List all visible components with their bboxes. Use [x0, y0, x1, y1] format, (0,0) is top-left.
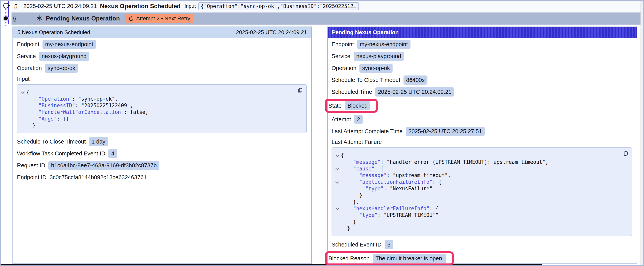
code-gutter: [19, 115, 26, 122]
pending-event-id-link[interactable]: 5: [13, 15, 16, 22]
field-label: Endpoint ID: [17, 174, 46, 181]
field-value-badge: 2025-02-25 UTC 20:25:27.51: [406, 127, 484, 136]
field-row-endpoint-id: Endpoint ID3c0c75ccfa8144b092c13ce632463…: [17, 171, 147, 183]
event-marker-open-icon: [3, 3, 9, 9]
field-value-badge: 2025-02-25 UTC 20:24:09.21: [375, 87, 454, 97]
field-label: Scheduled Event ID: [332, 241, 382, 248]
code-gutter: [19, 109, 26, 115]
field-row-blocked-reason: Blocked ReasonThe circuit breaker is ope…: [328, 253, 446, 263]
field-row-attempt: Attempt2: [332, 114, 363, 125]
history-bottom-border: [0, 264, 542, 265]
pending-panel-header: Pending Nexus Operation: [328, 27, 637, 38]
code-text: "BusinessID": "20250225122409",: [26, 102, 133, 109]
code-text: "message": "handler error (UPSTREAM_TIME…: [341, 159, 548, 165]
copy-button[interactable]: [297, 87, 303, 94]
input-preview-chip[interactable]: {"Operation":"sync-op-ok","BusinessID":"…: [198, 2, 359, 10]
code-gutter: [19, 96, 26, 102]
code-line: "Operation": "sync-op-ok",: [19, 96, 301, 102]
field-value-badge: sync-op-ok: [360, 64, 392, 73]
copy-button[interactable]: [623, 151, 628, 157]
code-text: "type": "UPSTREAM_TIMEOUT": [341, 212, 438, 218]
event-row-scheduled[interactable]: 5 2025-02-25 UTC 20:24:09.21 Nexus Opera…: [12, 1, 641, 12]
code-line: "message": "upstream timeout",: [334, 172, 626, 179]
code-gutter: [334, 172, 341, 179]
code-gutter: [334, 192, 341, 198]
code-line: }: [334, 192, 626, 198]
field-label: Attempt: [332, 116, 351, 123]
code-gutter: [19, 89, 26, 96]
field-row-operation: Operationsync-op-ok: [17, 62, 78, 74]
failure-json-lines: { "message": "handler error (UPSTREAM_TI…: [334, 152, 626, 232]
chevron-down-icon[interactable]: [336, 206, 339, 210]
field-value-badge: Blocked: [345, 101, 370, 110]
event-rows: 5 2025-02-25 UTC 20:24:09.21 Nexus Opera…: [12, 1, 641, 25]
pending-panel-title: Pending Nexus Operation: [332, 29, 398, 36]
scheduled-panel-title: 5 Nexus Operation Scheduled: [17, 29, 90, 36]
field-row-endpoint: Endpointmy-nexus-endpoint: [17, 39, 96, 50]
code-line: }: [334, 225, 626, 232]
event-row-pending[interactable]: 5 Pending Nexus Operation Attempt 2 • Ne…: [12, 13, 641, 25]
scheduled-event-panel: 5 Nexus Operation Scheduled 2025-02-25 U…: [12, 27, 312, 264]
field-row-schedule-to-close-timeout: Schedule To Close Timeout1 day: [17, 136, 108, 148]
chevron-down-icon[interactable]: [336, 180, 339, 183]
scheduled-panel-time: 2025-02-25 UTC 20:24:09.21: [236, 29, 307, 36]
code-text: "message": "upstream timeout",: [341, 172, 451, 179]
field-label: Service: [332, 53, 350, 60]
field-label: State: [328, 103, 342, 109]
code-gutter: [334, 159, 341, 165]
code-line: {: [334, 152, 626, 159]
event-input-label: Input: [184, 3, 196, 9]
code-gutter: [334, 179, 341, 185]
temporal-event-history-screen: 5 2025-02-25 UTC 20:24:09.21 Nexus Opera…: [0, 0, 644, 266]
last-attempt-failure-label: Last Attempt Failure: [332, 137, 382, 147]
code-text: "Operation": "sync-op-ok",: [26, 96, 118, 102]
code-text: "applicationFailureInfo": {: [341, 179, 442, 185]
field-row-scheduled-event-id: Scheduled Event ID5: [332, 239, 393, 250]
code-gutter: [334, 212, 341, 218]
code-text: "Args": []: [26, 115, 69, 122]
code-line: }: [334, 218, 626, 225]
field-row-request-id: Request IDb1c6a4bc-8ee7-468a-9169-df3b02…: [17, 159, 160, 171]
vertical-scrollbar[interactable]: [640, 1, 644, 265]
code-line: "type": "UPSTREAM_TIMEOUT": [334, 212, 626, 218]
field-label: Request ID: [17, 162, 45, 169]
field-label: Endpoint: [17, 41, 39, 48]
field-label: Operation: [332, 65, 356, 71]
pending-operation-panel: Pending Nexus Operation Endpointmy-nexus…: [327, 27, 637, 264]
code-gutter: [334, 205, 341, 212]
field-row-service: Servicenexus-playground: [332, 50, 404, 62]
chevron-down-icon[interactable]: [336, 166, 339, 170]
code-gutter: [19, 102, 26, 109]
field-label: Scheduled Time: [332, 89, 372, 95]
code-text: "HandlerWaitForCancellation": false,: [26, 109, 148, 115]
code-text: }: [341, 218, 356, 225]
code-gutter: [334, 165, 341, 172]
field-value-badge: my-nexus-endpoint: [357, 40, 411, 49]
field-row-schedule-to-close-timeout: Schedule To Close Timeout86400s: [332, 74, 428, 86]
field-label: Schedule To Close Timeout: [17, 138, 86, 145]
chevron-down-icon[interactable]: [21, 90, 25, 94]
code-text: {: [26, 89, 30, 96]
field-row-last-attempt-complete-time: Last Attempt Complete Time2025-02-25 UTC…: [332, 125, 485, 137]
code-text: }: [26, 122, 36, 129]
input-section-label: Input: [17, 74, 30, 84]
field-value-link[interactable]: 3c0c75ccfa8144b092c13ce632463761: [50, 174, 147, 181]
code-gutter: [334, 218, 341, 225]
code-line: "type": "NexusFailure": [334, 185, 626, 192]
field-value-badge: 86400s: [404, 76, 428, 85]
event-id-link[interactable]: 5: [14, 3, 18, 10]
code-gutter: [334, 198, 341, 205]
field-value-badge: The circuit breaker is open.: [373, 254, 446, 263]
scheduled-panel-header: 5 Nexus Operation Scheduled 2025-02-25 U…: [13, 27, 311, 38]
highlight-annotation-blocked-reason: Blocked ReasonThe circuit breaker is ope…: [325, 251, 454, 265]
input-json-block: { "Operation": "sync-op-ok", "BusinessID…: [17, 84, 306, 133]
field-value-badge: b1c6a4bc-8ee7-468a-9169-df3b02c8737b: [48, 161, 160, 170]
code-line: }: [19, 122, 301, 129]
pending-title: Pending Nexus Operation: [46, 15, 120, 22]
attempt-retry-badge[interactable]: Attempt 2 • Next Retry: [125, 14, 193, 23]
retry-icon: [128, 16, 134, 21]
code-text: "nexusHandlerFailureInfo": {: [341, 205, 438, 212]
chevron-down-icon[interactable]: [336, 153, 339, 157]
code-gutter: [334, 152, 341, 159]
field-row-endpoint: Endpointmy-nexus-endpoint: [332, 39, 410, 50]
